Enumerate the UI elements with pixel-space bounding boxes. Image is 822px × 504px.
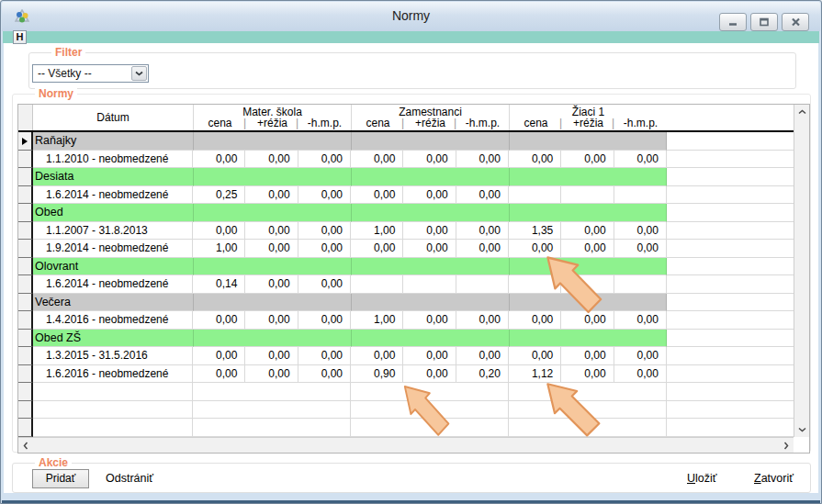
- row-selector[interactable]: [18, 258, 33, 276]
- minimize-button[interactable]: [719, 13, 747, 31]
- value-cell[interactable]: 1,00: [351, 222, 403, 241]
- value-cell[interactable]: 0,00: [351, 151, 403, 169]
- close-button[interactable]: [782, 13, 809, 31]
- date-cell[interactable]: 1.1.2010 - neobmedzené: [33, 151, 193, 169]
- category-label-cell[interactable]: Obed: [33, 204, 193, 222]
- value-cell[interactable]: 0,00: [245, 311, 298, 330]
- value-cell[interactable]: 0,00: [403, 151, 456, 169]
- category-band[interactable]: [351, 204, 509, 222]
- table-row[interactable]: 1.6.2016 - neobmedzené0,000,000,000,900,…: [18, 365, 794, 384]
- h-button[interactable]: H: [13, 30, 27, 44]
- category-band[interactable]: [509, 330, 667, 348]
- value-cell[interactable]: [509, 186, 561, 205]
- value-cell[interactable]: 0,00: [193, 222, 245, 241]
- value-cell[interactable]: 0,00: [403, 240, 456, 258]
- value-cell[interactable]: [561, 275, 614, 294]
- close-dialog-button[interactable]: Zatvoriť: [754, 472, 794, 485]
- category-label-cell[interactable]: Večera: [33, 294, 193, 312]
- value-cell[interactable]: 0,00: [561, 151, 614, 169]
- date-cell[interactable]: 1.1.2007 - 31.8.2013: [33, 222, 193, 241]
- value-cell[interactable]: 0,00: [614, 347, 667, 365]
- table-row[interactable]: 1.6.2014 - neobmedzené0,140,000,00: [18, 275, 794, 294]
- value-cell[interactable]: 0,00: [245, 151, 298, 169]
- value-cell[interactable]: 0,00: [298, 240, 351, 258]
- row-selector[interactable]: [18, 168, 33, 186]
- value-cell[interactable]: 0,00: [245, 186, 298, 205]
- row-selector[interactable]: [18, 347, 33, 365]
- category-band[interactable]: [193, 168, 351, 186]
- category-band[interactable]: [509, 168, 667, 186]
- value-cell[interactable]: 0,00: [614, 365, 667, 384]
- value-cell[interactable]: 0,00: [509, 311, 561, 330]
- row-selector[interactable]: [18, 419, 33, 437]
- category-band[interactable]: [509, 132, 667, 151]
- category-row[interactable]: Obed: [18, 204, 794, 222]
- value-cell[interactable]: 0,00: [561, 222, 614, 241]
- value-cell[interactable]: 0,00: [245, 365, 298, 384]
- value-cell[interactable]: 0,00: [298, 151, 351, 169]
- row-selector[interactable]: [18, 311, 33, 330]
- category-band[interactable]: [351, 330, 509, 348]
- filter-combobox[interactable]: -- Všetky --: [32, 64, 149, 83]
- row-selector[interactable]: [18, 383, 33, 401]
- table-row[interactable]: 1.4.2016 - neobmedzené0,000,000,001,000,…: [18, 311, 794, 330]
- value-cell[interactable]: 0,00: [614, 151, 667, 169]
- value-cell[interactable]: 0,00: [456, 151, 509, 169]
- value-cell[interactable]: 0,00: [561, 365, 614, 384]
- category-band[interactable]: [193, 258, 351, 276]
- value-cell[interactable]: 0,00: [245, 222, 298, 241]
- category-label-cell[interactable]: Obed ZŠ: [33, 330, 193, 348]
- category-row[interactable]: Obed ZŠ: [18, 330, 794, 348]
- category-band[interactable]: [193, 204, 351, 222]
- value-cell[interactable]: 0,00: [245, 347, 298, 365]
- value-cell[interactable]: 0,00: [561, 240, 614, 258]
- value-cell[interactable]: [614, 275, 667, 294]
- value-cell[interactable]: [614, 186, 667, 205]
- date-cell[interactable]: 1.4.2016 - neobmedzené: [33, 311, 193, 330]
- add-button[interactable]: Pridať: [32, 469, 89, 488]
- value-cell[interactable]: 0,00: [298, 275, 351, 294]
- category-row[interactable]: Olovrant: [18, 258, 794, 276]
- value-cell[interactable]: 0,00: [614, 311, 667, 330]
- value-cell[interactable]: 0,00: [509, 151, 561, 169]
- value-cell[interactable]: 1,00: [193, 240, 245, 258]
- horizontal-scrollbar[interactable]: [18, 437, 794, 453]
- value-cell[interactable]: 0,00: [403, 186, 456, 205]
- value-cell[interactable]: [456, 275, 509, 294]
- value-cell[interactable]: 0,00: [561, 347, 614, 365]
- row-selector[interactable]: [18, 275, 33, 294]
- value-cell[interactable]: 0,00: [456, 311, 509, 330]
- category-band[interactable]: [351, 168, 509, 186]
- date-cell[interactable]: 1.6.2014 - neobmedzené: [33, 275, 193, 294]
- value-cell[interactable]: 0,00: [298, 222, 351, 241]
- combo-dropdown-button[interactable]: [131, 66, 147, 81]
- row-selector[interactable]: [18, 365, 33, 384]
- value-cell[interactable]: 0,00: [403, 311, 456, 330]
- vertical-scrollbar[interactable]: [794, 105, 809, 437]
- value-cell[interactable]: 0,00: [456, 240, 509, 258]
- value-cell[interactable]: 0,14: [193, 275, 245, 294]
- value-cell[interactable]: 1,35: [509, 222, 561, 241]
- date-cell[interactable]: 1.9.2014 - neobmedzené: [33, 240, 193, 258]
- value-cell[interactable]: 0,00: [403, 365, 456, 384]
- date-cell[interactable]: 1.3.2015 - 31.5.2016: [33, 347, 193, 365]
- title-bar[interactable]: Normy: [2, 2, 820, 31]
- category-label-cell[interactable]: Desiata: [33, 168, 193, 186]
- value-cell[interactable]: 1,00: [351, 311, 403, 330]
- category-label-cell[interactable]: Raňajky: [33, 132, 193, 151]
- row-selector[interactable]: [18, 222, 33, 241]
- category-band[interactable]: [193, 294, 351, 312]
- category-band[interactable]: [351, 132, 509, 151]
- row-selector[interactable]: [18, 151, 33, 169]
- value-cell[interactable]: [351, 275, 403, 294]
- table-row[interactable]: 1.6.2014 - neobmedzené0,250,000,000,000,…: [18, 186, 794, 205]
- value-cell[interactable]: 1,12: [509, 365, 561, 384]
- category-row[interactable]: Večera: [18, 294, 794, 312]
- value-cell[interactable]: 0,20: [456, 365, 509, 384]
- table-row[interactable]: 1.3.2015 - 31.5.20160,000,000,000,000,00…: [18, 347, 794, 365]
- category-band[interactable]: [509, 294, 667, 312]
- scroll-up-button[interactable]: [794, 105, 809, 119]
- remove-button[interactable]: Odstrániť: [106, 472, 153, 485]
- value-cell[interactable]: 0,00: [298, 347, 351, 365]
- value-cell[interactable]: 0,00: [351, 240, 403, 258]
